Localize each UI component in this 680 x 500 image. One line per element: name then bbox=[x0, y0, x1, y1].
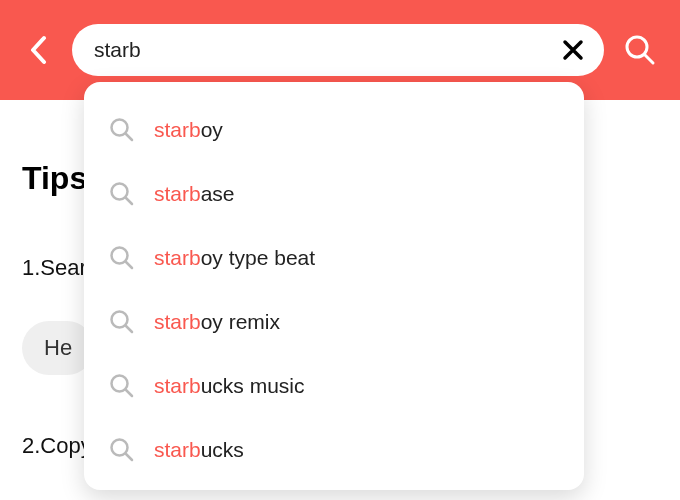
back-button[interactable] bbox=[22, 34, 54, 66]
search-icon bbox=[108, 308, 136, 336]
suggestion-rest: oy remix bbox=[201, 310, 280, 333]
autocomplete-dropdown: starboystarbasestarboy type beatstarboy … bbox=[84, 82, 584, 490]
search-button[interactable] bbox=[622, 32, 658, 68]
svg-point-4 bbox=[112, 312, 128, 328]
close-icon bbox=[562, 39, 584, 61]
suggestion-item[interactable]: starbucks music bbox=[84, 354, 584, 418]
search-icon bbox=[108, 436, 136, 464]
suggestion-item[interactable]: starboy bbox=[84, 98, 584, 162]
svg-point-1 bbox=[112, 120, 128, 136]
suggestion-text: starbase bbox=[154, 182, 235, 206]
svg-point-2 bbox=[112, 184, 128, 200]
suggestion-text: starboy bbox=[154, 118, 223, 142]
svg-point-3 bbox=[112, 248, 128, 264]
suggestion-highlight: starb bbox=[154, 374, 201, 397]
suggestion-text: starboy remix bbox=[154, 310, 280, 334]
suggestion-item[interactable]: starboy type beat bbox=[84, 226, 584, 290]
suggestion-highlight: starb bbox=[154, 246, 201, 269]
search-icon bbox=[108, 116, 136, 144]
chevron-left-icon bbox=[29, 35, 47, 65]
suggestion-rest: ucks bbox=[201, 438, 244, 461]
suggestion-text: starbucks music bbox=[154, 374, 305, 398]
search-icon bbox=[624, 34, 656, 66]
suggestion-highlight: starb bbox=[154, 182, 201, 205]
suggestion-highlight: starb bbox=[154, 438, 201, 461]
suggestion-rest: ucks music bbox=[201, 374, 305, 397]
search-icon bbox=[108, 372, 136, 400]
suggestion-highlight: starb bbox=[154, 118, 201, 141]
suggestion-text: starboy type beat bbox=[154, 246, 315, 270]
suggestion-text: starbucks bbox=[154, 438, 244, 462]
suggestion-rest: ase bbox=[201, 182, 235, 205]
suggestion-highlight: starb bbox=[154, 310, 201, 333]
suggestion-rest: oy bbox=[201, 118, 223, 141]
search-input[interactable] bbox=[94, 38, 558, 62]
svg-point-6 bbox=[112, 440, 128, 456]
svg-point-5 bbox=[112, 376, 128, 392]
search-icon bbox=[108, 244, 136, 272]
suggestion-item[interactable]: starboy remix bbox=[84, 290, 584, 354]
suggestion-rest: oy type beat bbox=[201, 246, 315, 269]
search-icon bbox=[108, 180, 136, 208]
clear-button[interactable] bbox=[558, 35, 588, 65]
suggestion-item[interactable]: starbase bbox=[84, 162, 584, 226]
search-box[interactable] bbox=[72, 24, 604, 76]
suggestion-item[interactable]: starbucks bbox=[84, 418, 584, 482]
